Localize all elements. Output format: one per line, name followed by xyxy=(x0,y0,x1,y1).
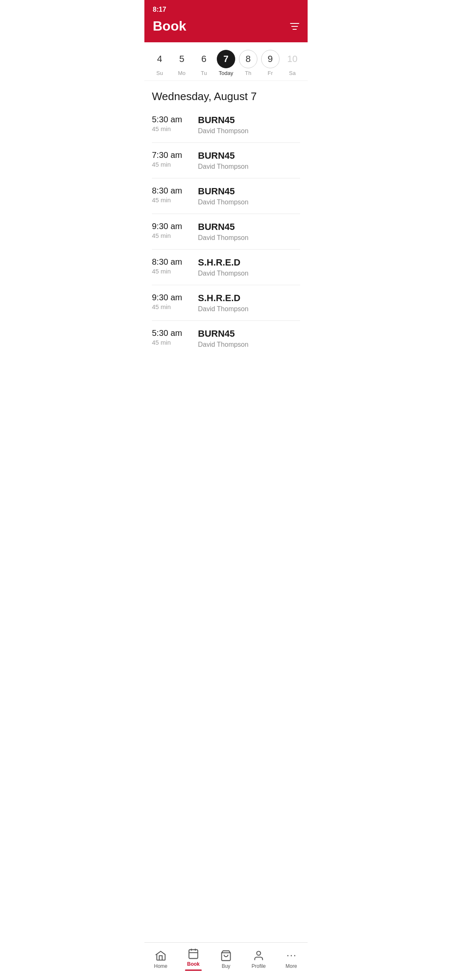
class-name-6: BURN45 xyxy=(198,328,300,339)
class-instructor-0: David Thompson xyxy=(198,127,300,135)
title-bar: Book xyxy=(144,15,308,42)
status-bar: 8:17 xyxy=(144,0,308,15)
class-info-0: BURN45David Thompson xyxy=(198,115,300,135)
class-instructor-4: David Thompson xyxy=(198,270,300,277)
class-item-6[interactable]: 5:30 am45 minBURN45David Thompson xyxy=(152,321,300,356)
page-title: Book xyxy=(153,18,186,34)
day-label-6: Tu xyxy=(201,70,207,76)
calendar-section: 4Su5Mo6Tu7Today8Th9Fr10Sa xyxy=(144,42,308,81)
day-label-4: Su xyxy=(156,70,163,76)
calendar-day-9[interactable]: 9Fr xyxy=(261,50,280,76)
status-time: 8:17 xyxy=(153,6,166,13)
day-label-8: Th xyxy=(245,70,251,76)
time-duration-2: 45 min xyxy=(152,196,198,204)
day-label-7: Today xyxy=(219,70,234,76)
time-duration-0: 45 min xyxy=(152,125,198,132)
time-main-5: 9:30 am xyxy=(152,293,198,302)
class-info-4: S.H.R.E.DDavid Thompson xyxy=(198,257,300,277)
class-name-4: S.H.R.E.D xyxy=(198,257,300,268)
filter-button[interactable] xyxy=(290,23,299,30)
class-info-3: BURN45David Thompson xyxy=(198,222,300,242)
calendar-day-10[interactable]: 10Sa xyxy=(283,50,301,76)
date-heading: Wednesday, August 7 xyxy=(144,81,308,107)
class-instructor-1: David Thompson xyxy=(198,163,300,170)
day-number-6: 6 xyxy=(195,50,213,68)
time-main-2: 8:30 am xyxy=(152,186,198,196)
calendar-day-7[interactable]: 7Today xyxy=(217,50,235,76)
class-item-3[interactable]: 9:30 am45 minBURN45David Thompson xyxy=(152,214,300,250)
calendar-day-8[interactable]: 8Th xyxy=(239,50,257,76)
class-time-0: 5:30 am45 min xyxy=(152,115,198,132)
class-info-5: S.H.R.E.DDavid Thompson xyxy=(198,293,300,313)
time-main-6: 5:30 am xyxy=(152,328,198,338)
class-item-4[interactable]: 8:30 am45 minS.H.R.E.DDavid Thompson xyxy=(152,250,300,285)
time-main-0: 5:30 am xyxy=(152,115,198,124)
time-main-1: 7:30 am xyxy=(152,150,198,160)
class-instructor-6: David Thompson xyxy=(198,341,300,348)
class-name-3: BURN45 xyxy=(198,222,300,232)
day-number-7: 7 xyxy=(217,50,235,68)
time-duration-5: 45 min xyxy=(152,303,198,310)
class-instructor-2: David Thompson xyxy=(198,199,300,206)
calendar-day-6[interactable]: 6Tu xyxy=(195,50,213,76)
class-name-2: BURN45 xyxy=(198,186,300,197)
time-duration-4: 45 min xyxy=(152,268,198,275)
class-instructor-3: David Thompson xyxy=(198,234,300,242)
class-list: 5:30 am45 minBURN45David Thompson7:30 am… xyxy=(144,107,308,356)
class-info-6: BURN45David Thompson xyxy=(198,328,300,348)
class-time-5: 9:30 am45 min xyxy=(152,293,198,310)
time-main-3: 9:30 am xyxy=(152,222,198,231)
class-time-2: 8:30 am45 min xyxy=(152,186,198,204)
class-instructor-5: David Thompson xyxy=(198,305,300,313)
time-duration-6: 45 min xyxy=(152,339,198,346)
class-name-1: BURN45 xyxy=(198,150,300,161)
time-duration-1: 45 min xyxy=(152,161,198,168)
day-number-8: 8 xyxy=(239,50,257,68)
calendar-row: 4Su5Mo6Tu7Today8Th9Fr10Sa xyxy=(149,50,303,76)
class-info-1: BURN45David Thompson xyxy=(198,150,300,170)
class-item-2[interactable]: 8:30 am45 minBURN45David Thompson xyxy=(152,178,300,214)
class-item-0[interactable]: 5:30 am45 minBURN45David Thompson xyxy=(152,107,300,143)
day-label-10: Sa xyxy=(289,70,296,76)
calendar-day-5[interactable]: 5Mo xyxy=(172,50,191,76)
app-header: 8:17 Book xyxy=(144,0,308,42)
class-name-5: S.H.R.E.D xyxy=(198,293,300,304)
time-main-4: 8:30 am xyxy=(152,257,198,267)
day-number-9: 9 xyxy=(261,50,280,68)
class-item-5[interactable]: 9:30 am45 minS.H.R.E.DDavid Thompson xyxy=(152,285,300,321)
class-info-2: BURN45David Thompson xyxy=(198,186,300,206)
day-label-5: Mo xyxy=(178,70,185,76)
day-number-10: 10 xyxy=(283,50,301,68)
main-content: 4Su5Mo6Tu7Today8Th9Fr10Sa Wednesday, Aug… xyxy=(144,42,308,389)
class-time-3: 9:30 am45 min xyxy=(152,222,198,239)
day-label-9: Fr xyxy=(268,70,273,76)
class-time-4: 8:30 am45 min xyxy=(152,257,198,275)
class-name-0: BURN45 xyxy=(198,115,300,126)
day-number-5: 5 xyxy=(172,50,191,68)
class-time-6: 5:30 am45 min xyxy=(152,328,198,346)
class-time-1: 7:30 am45 min xyxy=(152,150,198,168)
time-duration-3: 45 min xyxy=(152,232,198,239)
calendar-day-4[interactable]: 4Su xyxy=(150,50,169,76)
class-item-1[interactable]: 7:30 am45 minBURN45David Thompson xyxy=(152,143,300,178)
day-number-4: 4 xyxy=(150,50,169,68)
